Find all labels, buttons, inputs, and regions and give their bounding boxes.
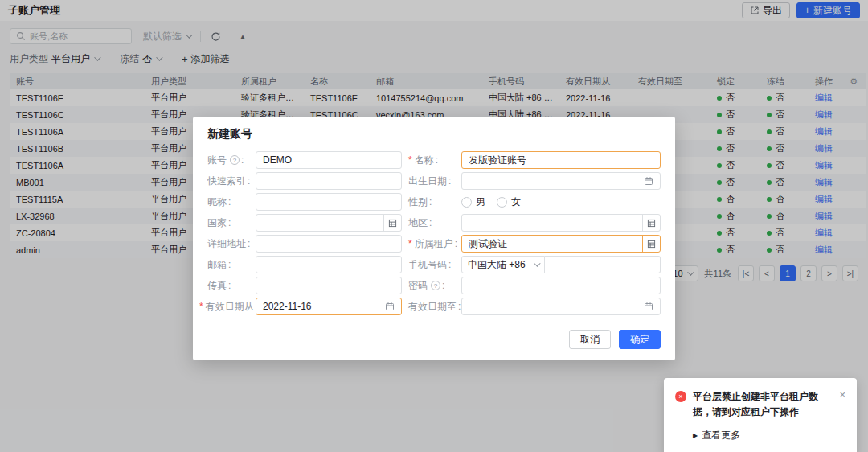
radio-icon xyxy=(497,197,507,208)
calendar-icon xyxy=(644,302,653,311)
valid-from-input[interactable] xyxy=(263,301,380,312)
region-label: 地区 xyxy=(402,216,461,230)
name-input[interactable] xyxy=(469,154,653,166)
required-marker: * xyxy=(199,301,203,312)
modal-footer: 取消 确定 xyxy=(207,330,661,349)
help-icon[interactable]: ? xyxy=(230,155,240,165)
gender-female-radio[interactable]: 女 xyxy=(497,195,521,209)
cancel-button[interactable]: 取消 xyxy=(569,330,611,349)
confirm-button[interactable]: 确定 xyxy=(619,330,661,349)
password-label: 密码? xyxy=(402,279,461,293)
gender-male-radio[interactable]: 男 xyxy=(461,195,485,209)
region-input[interactable] xyxy=(469,217,642,228)
fax-label: 传真 xyxy=(207,279,256,293)
country-label: 国家 xyxy=(207,216,256,230)
birth-date-input[interactable] xyxy=(469,175,639,187)
quick-index-label: 快速索引 xyxy=(207,175,256,188)
help-icon[interactable]: ? xyxy=(431,281,440,290)
valid-from-label: *有效日期从 xyxy=(199,300,256,314)
tenant-label: *所属租户 xyxy=(402,237,461,251)
account-label: 账号? xyxy=(207,154,256,167)
create-account-form: 账号? *名称 快速索引 出生日期 昵称 性别 男 女 国家 xyxy=(207,151,661,315)
address-input[interactable] xyxy=(263,238,395,249)
picker-icon[interactable] xyxy=(642,236,660,252)
country-code-select[interactable]: 中国大陆 +86 xyxy=(461,256,545,273)
chevron-down-icon xyxy=(534,260,540,266)
view-more-link[interactable]: ▶ 查看更多 xyxy=(693,429,845,442)
nickname-input[interactable] xyxy=(263,196,395,208)
nickname-label: 昵称 xyxy=(207,195,256,209)
country-input[interactable] xyxy=(263,217,383,228)
phone-input[interactable] xyxy=(545,256,661,273)
required-marker: * xyxy=(408,154,412,166)
toast-message: 平台层禁止创建非平台租户数据，请到对应租户下操作 xyxy=(693,389,831,419)
picker-icon[interactable] xyxy=(642,215,660,231)
phone-label: 手机号码 xyxy=(402,258,461,272)
fax-input[interactable] xyxy=(263,280,395,291)
create-account-modal: 新建账号 账号? *名称 快速索引 出生日期 昵称 性别 男 女 xyxy=(193,117,675,360)
radio-icon xyxy=(461,197,472,208)
required-marker: * xyxy=(408,238,412,249)
account-input[interactable] xyxy=(263,154,395,166)
error-toast: × 平台层禁止创建非平台租户数据，请到对应租户下操作 × ▶ 查看更多 xyxy=(664,378,857,452)
password-input[interactable] xyxy=(469,280,653,291)
triangle-right-icon: ▶ xyxy=(693,432,698,439)
valid-to-input[interactable] xyxy=(469,301,639,312)
name-label: *名称 xyxy=(402,154,461,167)
birth-date-label: 出生日期 xyxy=(402,175,461,188)
calendar-icon xyxy=(385,302,395,311)
calendar-icon xyxy=(644,176,653,186)
email-label: 邮箱 xyxy=(207,258,256,272)
email-input[interactable] xyxy=(263,259,395,270)
close-icon[interactable]: × xyxy=(839,389,845,419)
error-icon: × xyxy=(675,391,686,402)
modal-title: 新建账号 xyxy=(207,117,661,151)
gender-label: 性别 xyxy=(402,195,461,209)
tenant-input[interactable] xyxy=(469,238,642,249)
picker-icon[interactable] xyxy=(383,215,401,231)
quick-index-input[interactable] xyxy=(263,175,395,187)
address-label: 详细地址 xyxy=(207,237,256,251)
valid-to-label: 有效日期至 xyxy=(402,300,461,314)
